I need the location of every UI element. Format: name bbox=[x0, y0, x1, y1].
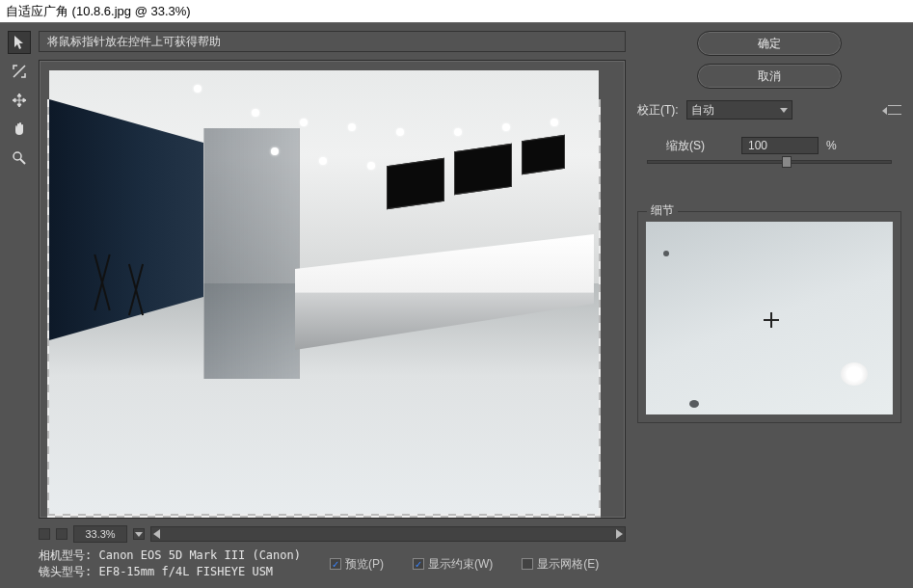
zoom-level-value: 33.3% bbox=[85, 528, 115, 540]
zoom-dropdown[interactable] bbox=[133, 528, 145, 540]
grid-label: 显示网格(E) bbox=[537, 556, 599, 573]
detail-preview bbox=[646, 222, 893, 414]
scale-label: 缩放(S) bbox=[666, 138, 734, 154]
pointer-tool[interactable] bbox=[8, 31, 31, 54]
center-column: 将鼠标指针放在控件上可获得帮助 bbox=[39, 23, 633, 588]
slider-thumb-icon[interactable] bbox=[782, 156, 792, 168]
horizontal-scrollbar[interactable] bbox=[150, 526, 626, 542]
fit-screen-button[interactable] bbox=[39, 528, 50, 540]
status-row: 33.3% bbox=[39, 524, 626, 544]
scroll-left-icon[interactable] bbox=[153, 529, 160, 539]
preview-label: 预览(P) bbox=[345, 556, 384, 573]
correction-value: 自动 bbox=[691, 102, 714, 119]
detail-panel bbox=[637, 211, 901, 423]
ok-button[interactable]: 确定 bbox=[697, 31, 842, 56]
grid-checkbox[interactable]: 显示网格(E) bbox=[522, 556, 599, 573]
checkbox-icon bbox=[413, 558, 424, 570]
hint-text: 将鼠标指针放在控件上可获得帮助 bbox=[47, 34, 221, 50]
detail-panel-title: 细节 bbox=[647, 202, 678, 219]
crosshair-icon bbox=[764, 312, 779, 328]
correction-label: 校正(T): bbox=[637, 102, 679, 119]
info-row: 相机型号: Canon EOS 5D Mark III (Canon) 镜头型号… bbox=[39, 548, 633, 580]
hand-tool[interactable] bbox=[8, 118, 31, 141]
right-panel: 确定 取消 校正(T): 自动 缩放(S) 100 % 细节 bbox=[633, 23, 913, 588]
camera-info: 相机型号: Canon EOS 5D Mark III (Canon) 镜头型号… bbox=[39, 548, 301, 580]
scale-slider[interactable] bbox=[647, 160, 892, 164]
svg-line-1 bbox=[20, 159, 25, 164]
chevron-down-icon bbox=[780, 108, 788, 113]
preview-checkbox[interactable]: 预览(P) bbox=[330, 556, 384, 573]
scale-unit: % bbox=[826, 139, 837, 152]
zoom-level-input[interactable]: 33.3% bbox=[73, 525, 127, 543]
image-preview bbox=[49, 70, 599, 514]
zoom-tool[interactable] bbox=[8, 147, 31, 170]
constraints-checkbox[interactable]: 显示约束(W) bbox=[413, 556, 493, 573]
scale-input[interactable]: 100 bbox=[741, 137, 819, 154]
hint-bar: 将鼠标指针放在控件上可获得帮助 bbox=[39, 31, 626, 52]
move-tool[interactable] bbox=[8, 89, 31, 112]
window-titlebar: 自适应广角 (10.8.6.jpg @ 33.3%) bbox=[0, 0, 913, 23]
checkbox-icon bbox=[330, 558, 341, 570]
correction-select[interactable]: 自动 bbox=[686, 100, 792, 120]
checkbox-icon bbox=[522, 558, 533, 570]
dialog-body: 将鼠标指针放在控件上可获得帮助 bbox=[0, 23, 913, 588]
tool-column bbox=[0, 23, 39, 588]
canvas-area[interactable] bbox=[39, 60, 626, 519]
cancel-button[interactable]: 取消 bbox=[697, 64, 842, 89]
svg-point-0 bbox=[13, 152, 21, 160]
constraints-label: 显示约束(W) bbox=[428, 556, 493, 573]
panel-menu-icon[interactable] bbox=[888, 105, 901, 115]
scroll-right-icon[interactable] bbox=[616, 529, 623, 539]
window-title: 自适应广角 (10.8.6.jpg @ 33.3%) bbox=[6, 3, 191, 20]
actual-pixels-button[interactable] bbox=[56, 528, 67, 540]
constraint-tool[interactable] bbox=[8, 60, 31, 83]
